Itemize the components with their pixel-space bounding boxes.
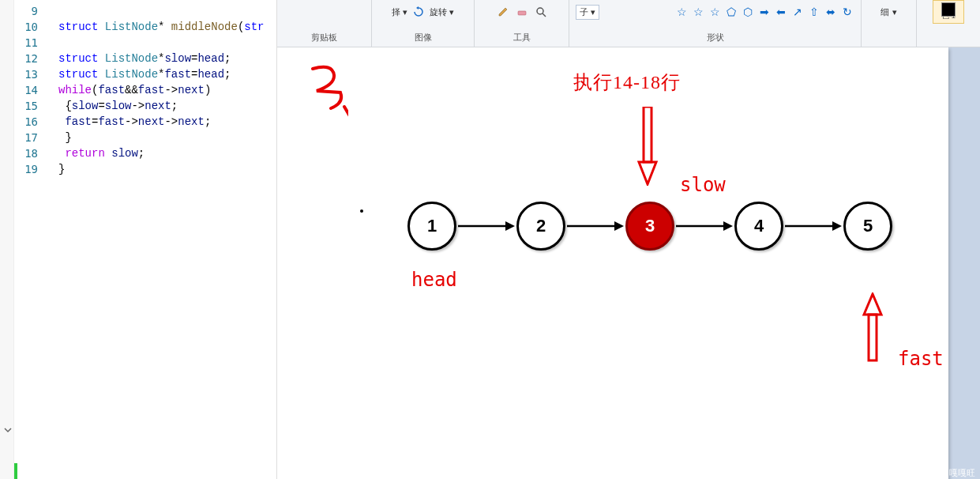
ribbon-label-tools: 工具 bbox=[513, 32, 531, 43]
code-content[interactable]: struct ListNode* middleNode(strstruct Li… bbox=[58, 3, 265, 177]
shape-gallery-item[interactable]: ↗ bbox=[790, 6, 805, 18]
list-arrow-icon bbox=[565, 218, 625, 234]
code-editor-panel: 910111213141516171819 struct ListNode* m… bbox=[0, 0, 277, 479]
slow-arrow-icon bbox=[636, 107, 659, 186]
svg-rect-0 bbox=[518, 11, 526, 15]
paint-panel: 剪贴板 择 ▾ 旋转 ▾ 图像 bbox=[277, 0, 980, 479]
list-arrow-icon bbox=[783, 218, 843, 234]
shape-gallery-item[interactable]: ☆ bbox=[674, 6, 689, 18]
shapes-gallery[interactable]: ☆☆☆⬠⬡➡⬅↗⇧⬌↻ bbox=[674, 6, 854, 18]
list-arrow-icon bbox=[674, 218, 734, 234]
watermark: CSDN @嘎嘎旺 bbox=[914, 467, 975, 479]
select-dropdown[interactable]: 择 ▾ bbox=[392, 6, 407, 18]
shape-gallery-item[interactable]: ➡ bbox=[757, 6, 772, 18]
shape-gallery-item[interactable]: ⬌ bbox=[824, 6, 838, 18]
shape-gallery-item[interactable]: ☆ bbox=[691, 6, 705, 18]
color-1-button[interactable]: 色 1 bbox=[933, 0, 964, 24]
shape-gallery-item[interactable]: ⬅ bbox=[774, 6, 788, 18]
list-node: 2 bbox=[516, 202, 565, 251]
list-node: 5 bbox=[843, 202, 892, 251]
shape-gallery-item[interactable]: ☆ bbox=[708, 6, 722, 18]
fast-arrow-icon bbox=[861, 292, 884, 364]
shape-gallery-item[interactable]: ⬡ bbox=[741, 6, 755, 18]
canvas-dot bbox=[360, 209, 363, 213]
magnifier-icon[interactable] bbox=[533, 4, 549, 20]
code-area[interactable]: 910111213141516171819 struct ListNode* m… bbox=[0, 0, 276, 177]
linked-list-diagram: 12345 bbox=[407, 202, 892, 251]
handwritten-3-annotation bbox=[301, 59, 348, 123]
size-dropdown[interactable]: 细 ▾ bbox=[880, 6, 896, 18]
list-arrow-icon bbox=[456, 218, 516, 234]
ribbon-label-image: 图像 bbox=[415, 32, 432, 43]
ribbon-group-image: 择 ▾ 旋转 ▾ 图像 bbox=[372, 0, 475, 47]
canvas-page[interactable]: 执行14-18行 slow head fast 12345 bbox=[277, 47, 948, 479]
svg-line-2 bbox=[543, 13, 546, 17]
canvas-area[interactable]: 执行14-18行 slow head fast 12345 CSDN @嘎嘎旺 bbox=[277, 47, 980, 479]
ribbon-label-shapes: 形状 bbox=[707, 32, 724, 43]
rotate-dropdown[interactable]: 旋转 ▾ bbox=[430, 6, 454, 18]
head-annotation: head bbox=[411, 269, 457, 291]
ribbon-label-clipboard: 剪贴板 bbox=[311, 32, 337, 43]
eraser-icon[interactable] bbox=[514, 4, 530, 20]
svg-rect-3 bbox=[644, 107, 651, 162]
fold-gutter[interactable] bbox=[44, 3, 58, 177]
scroll-down-button[interactable] bbox=[2, 424, 13, 436]
ribbon-group-tools: 工具 bbox=[475, 0, 569, 47]
list-node: 3 bbox=[625, 202, 674, 251]
shape-gallery-item[interactable]: ⇧ bbox=[807, 6, 821, 18]
list-node: 1 bbox=[407, 202, 456, 251]
rotate-icon[interactable] bbox=[411, 4, 426, 20]
exec-annotation: 执行14-18行 bbox=[573, 70, 681, 95]
ribbon-group-shapes: 子 ▾ ☆☆☆⬠⬡➡⬅↗⇧⬌↻ 形状 bbox=[569, 0, 862, 47]
status-indicator bbox=[14, 463, 17, 479]
svg-rect-4 bbox=[869, 315, 877, 360]
shape-gallery-item[interactable]: ↻ bbox=[840, 6, 854, 18]
fast-annotation: fast bbox=[898, 348, 944, 370]
ribbon-group-size: 细 ▾ bbox=[862, 0, 917, 47]
ribbon-group-clipboard: 剪贴板 bbox=[277, 0, 372, 47]
shape-gallery-item[interactable]: ⬠ bbox=[724, 6, 738, 18]
ribbon-toolbar: 剪贴板 择 ▾ 旋转 ▾ 图像 bbox=[277, 0, 980, 47]
editor-gutter-bar bbox=[0, 0, 14, 479]
ribbon-group-colors: 色 1 bbox=[917, 0, 980, 47]
pencil-icon[interactable] bbox=[495, 4, 511, 20]
list-node: 4 bbox=[734, 202, 783, 251]
slow-annotation: slow bbox=[680, 174, 726, 196]
svg-point-1 bbox=[537, 8, 543, 14]
brush-dropdown[interactable]: 子 ▾ bbox=[576, 5, 599, 20]
